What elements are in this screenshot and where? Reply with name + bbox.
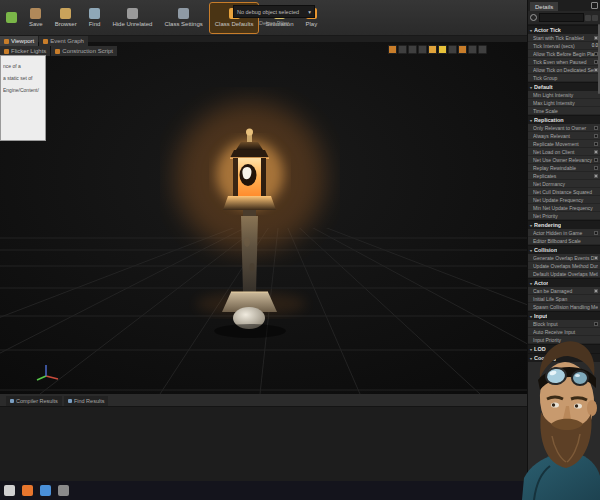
scale-snap-button[interactable] <box>448 45 457 54</box>
property-row-update-overlaps-method-during-level-str[interactable]: Update Overlaps Method During Level Str <box>528 262 600 270</box>
property-label: Editor Billboard Scale <box>533 238 598 244</box>
property-row-only-relevant-to-owner[interactable]: Only Relevant to Owner <box>528 124 600 132</box>
toolbar-find-button[interactable]: Find <box>84 3 106 33</box>
property-row-spawn-collision-handling-method[interactable]: Spawn Collision Handling Method <box>528 303 600 311</box>
property-row-replicate-movement[interactable]: Replicate Movement <box>528 140 600 148</box>
filter-icon[interactable] <box>585 15 591 21</box>
tab-find-results[interactable]: Find Results <box>64 396 109 406</box>
chevron-down-icon: ▾ <box>530 248 532 253</box>
property-row-max-light-intensity[interactable]: Max Light Intensity <box>528 99 600 107</box>
tab-event-graph[interactable]: Event Graph <box>39 36 88 46</box>
surface-snap-button[interactable] <box>458 45 467 54</box>
property-row-net-dormancy[interactable]: Net Dormancy <box>528 180 600 188</box>
tab-row: ViewportEvent Graph <box>0 36 118 46</box>
property-row-can-be-damaged[interactable]: Can be Damaged <box>528 287 600 295</box>
details-search-input[interactable] <box>539 13 584 22</box>
checkbox[interactable] <box>594 322 598 326</box>
checkbox[interactable] <box>594 289 598 293</box>
app-icon[interactable] <box>58 485 69 496</box>
property-row-net-update-frequency[interactable]: Net Update Frequency <box>528 196 600 204</box>
camera-speed-button[interactable] <box>388 45 397 54</box>
section-header-input[interactable]: ▾Input <box>528 311 600 320</box>
debug-object-selected-label: No debug object selected <box>237 9 299 15</box>
checkbox[interactable] <box>594 231 598 235</box>
section-header-actor-tick[interactable]: ▾Actor Tick <box>528 25 600 34</box>
property-row-start-with-tick-enabled[interactable]: Start with Tick Enabled <box>528 34 600 42</box>
property-row-actor-hidden-in-game[interactable]: Actor Hidden in Game <box>528 229 600 237</box>
property-row-replay-rewindable[interactable]: Replay Rewindable <box>528 164 600 172</box>
section-header-rendering[interactable]: ▾Rendering <box>528 220 600 229</box>
property-row-time-scale[interactable]: Time Scale <box>528 107 600 115</box>
property-row-tick-interval-secs-[interactable]: Tick Interval (secs)0.0 <box>528 42 600 50</box>
tab-construction-script[interactable]: Construction Script <box>51 46 117 56</box>
toolbar-class-settings-button[interactable]: Class Settings <box>159 3 207 33</box>
section-header-actor[interactable]: ▾Actor <box>528 278 600 287</box>
maximize-button[interactable] <box>478 45 487 54</box>
lit-mode-button[interactable] <box>408 45 417 54</box>
property-label: Net Cull Distance Squared <box>533 189 598 195</box>
tab-viewport[interactable]: Viewport <box>0 36 38 46</box>
chrome-icon[interactable] <box>40 485 51 496</box>
checkbox[interactable] <box>594 134 598 138</box>
toolbar-browser-button[interactable]: Browser <box>50 3 82 33</box>
tab-compiler-results[interactable]: Compiler Results <box>6 396 62 406</box>
property-label: Net Use Owner Relevancy <box>533 157 594 163</box>
property-row-net-priority[interactable]: Net Priority <box>528 212 600 220</box>
grid-snap-button[interactable] <box>428 45 437 54</box>
section-header-default[interactable]: ▾Default <box>528 82 600 91</box>
section-title: Actor Tick <box>534 27 561 33</box>
checkbox[interactable] <box>594 142 598 146</box>
checkbox[interactable] <box>594 166 598 170</box>
property-row-tick-group[interactable]: Tick Group <box>528 74 600 82</box>
lock-icon[interactable] <box>591 2 598 9</box>
tab-details[interactable]: Details <box>530 2 558 11</box>
firefox-icon[interactable] <box>22 485 33 496</box>
property-label: Replay Rewindable <box>533 165 594 171</box>
property-row-min-light-intensity[interactable]: Min Light Intensity <box>528 91 600 99</box>
property-row-always-relevant[interactable]: Always Relevant <box>528 132 600 140</box>
viewport-3d[interactable] <box>0 42 527 394</box>
start-icon[interactable] <box>4 485 15 496</box>
show-flags-button[interactable] <box>418 45 427 54</box>
property-row-allow-tick-on-dedicated-server[interactable]: Allow Tick on Dedicated Server <box>528 66 600 74</box>
property-row-net-use-owner-relevancy[interactable]: Net Use Owner Relevancy <box>528 156 600 164</box>
taskbar-icons <box>4 485 76 496</box>
property-row-generate-overlap-events-during-level-str[interactable]: Generate Overlap Events During Level Str <box>528 254 600 262</box>
find-icon <box>89 8 100 19</box>
toolbar-compile-button[interactable] <box>1 3 22 33</box>
section-header-collision[interactable]: ▾Collision <box>528 245 600 254</box>
view-mode-button[interactable] <box>398 45 407 54</box>
debug-object-dropdown[interactable]: No debug object selected ▾ <box>233 5 315 18</box>
property-row-initial-life-span[interactable]: Initial Life Span <box>528 295 600 303</box>
gear-icon[interactable] <box>592 15 598 21</box>
section-header-replication[interactable]: ▾Replication <box>528 115 600 124</box>
goggle-lens-right <box>572 371 588 385</box>
property-label: Default Update Overlaps Method During <box>533 271 598 277</box>
os-taskbar <box>0 481 600 500</box>
class-settings-icon <box>178 8 189 19</box>
search-icon <box>530 14 537 21</box>
property-label: Net Update Frequency <box>533 197 598 203</box>
tab-label: Event Graph <box>50 38 84 44</box>
camera-settings-button[interactable] <box>468 45 477 54</box>
property-row-replicates[interactable]: Replicates <box>528 172 600 180</box>
checkbox[interactable] <box>594 174 598 178</box>
checkbox[interactable] <box>594 150 598 154</box>
property-row-net-cull-distance-squared[interactable]: Net Cull Distance Squared <box>528 188 600 196</box>
section-title: Actor <box>534 280 548 286</box>
toolbar-save-button[interactable]: Save <box>24 3 48 33</box>
property-row-allow-tick-before-begin-play[interactable]: Allow Tick Before Begin Play <box>528 50 600 58</box>
checkbox[interactable] <box>594 126 598 130</box>
property-row-default-update-overlaps-method-during[interactable]: Default Update Overlaps Method During <box>528 270 600 278</box>
property-row-net-load-on-client[interactable]: Net Load on Client <box>528 148 600 156</box>
property-row-tick-even-when-paused[interactable]: Tick Even when Paused <box>528 58 600 66</box>
property-label: Replicate Movement <box>533 141 594 147</box>
toolbar-hide-unrelated-button[interactable]: Hide Unrelated <box>107 3 157 33</box>
property-row-editor-billboard-scale[interactable]: Editor Billboard Scale <box>528 237 600 245</box>
section-title: Replication <box>534 117 564 123</box>
property-row-min-net-update-frequency[interactable]: Min Net Update Frequency <box>528 204 600 212</box>
checkbox[interactable] <box>594 158 598 162</box>
property-label: Start with Tick Enabled <box>533 35 594 41</box>
checkbox[interactable] <box>594 256 598 260</box>
rotation-snap-button[interactable] <box>438 45 447 54</box>
